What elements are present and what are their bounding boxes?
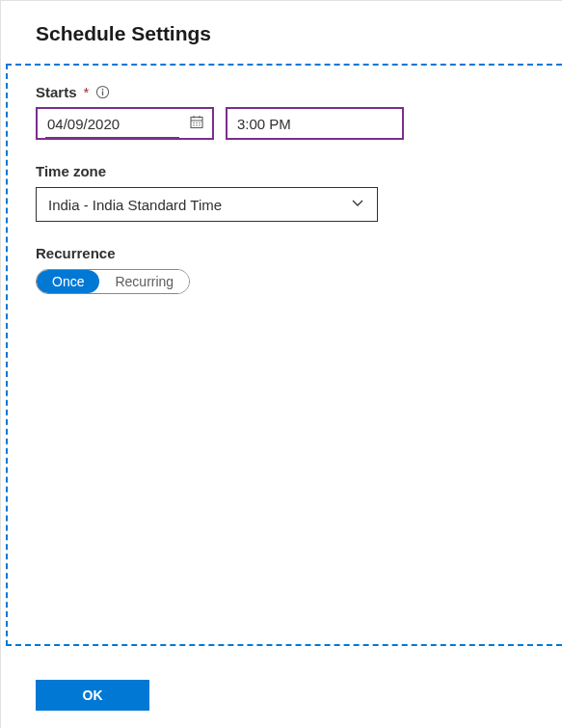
header: Schedule Settings bbox=[1, 1, 562, 63]
recurrence-label: Recurrence bbox=[36, 245, 527, 261]
time-input-wrapper[interactable] bbox=[226, 107, 404, 140]
toggle-recurring[interactable]: Recurring bbox=[99, 270, 189, 293]
svg-rect-2 bbox=[102, 91, 103, 95]
page-title: Schedule Settings bbox=[36, 22, 527, 45]
footer: OK bbox=[36, 680, 149, 711]
content: Starts * bbox=[1, 63, 562, 294]
timezone-label: Time zone bbox=[36, 163, 527, 179]
starts-inputs-row bbox=[36, 107, 527, 140]
date-input-wrapper[interactable] bbox=[36, 107, 214, 140]
ok-button[interactable]: OK bbox=[36, 680, 149, 711]
starts-label-row: Starts * bbox=[36, 84, 527, 100]
toggle-once[interactable]: Once bbox=[37, 270, 99, 293]
timezone-field-group: Time zone India - India Standard Time bbox=[36, 163, 527, 222]
timezone-select[interactable]: India - India Standard Time bbox=[36, 187, 378, 222]
starts-field-group: Starts * bbox=[36, 84, 527, 140]
recurrence-field-group: Recurrence Once Recurring bbox=[36, 245, 527, 294]
time-input[interactable] bbox=[227, 109, 402, 138]
svg-point-1 bbox=[102, 89, 104, 91]
info-icon[interactable] bbox=[95, 85, 110, 99]
chevron-down-icon bbox=[350, 196, 365, 214]
required-indicator: * bbox=[84, 84, 90, 100]
timezone-value: India - India Standard Time bbox=[37, 197, 377, 213]
recurrence-toggle: Once Recurring bbox=[36, 269, 190, 294]
date-input[interactable] bbox=[38, 109, 212, 138]
starts-label: Starts bbox=[36, 84, 77, 100]
